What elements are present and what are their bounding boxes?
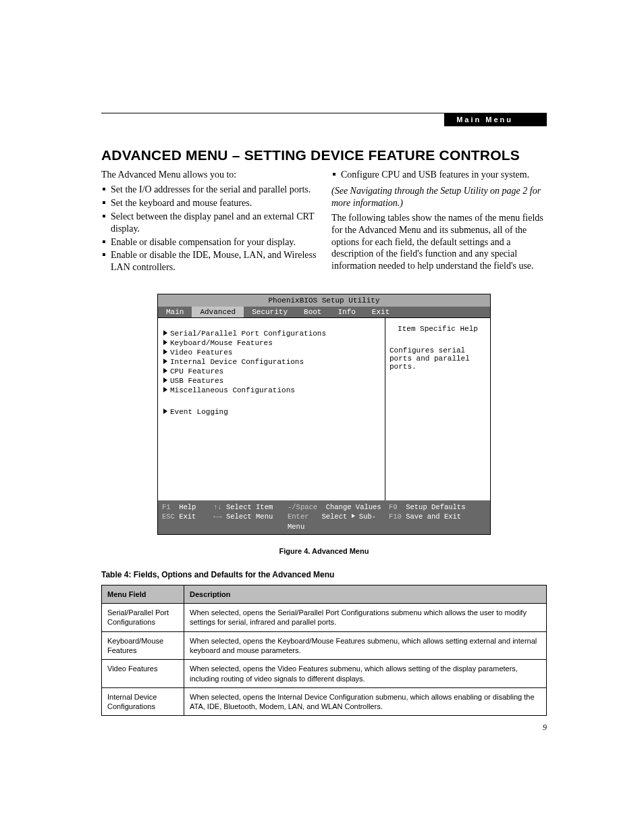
table-row: Internal Device Configurations When sele… — [102, 687, 547, 716]
list-item: Set the I/O addresses for the serial and… — [101, 184, 317, 196]
bios-item: Event Logging — [162, 407, 379, 417]
triangle-icon — [163, 359, 167, 364]
key-space: -/Space — [288, 503, 317, 511]
list-item: Select between the display panel and an … — [101, 211, 317, 235]
bios-item-label: CPU Features — [170, 367, 223, 375]
bios-item: Miscellaneous Configurations — [162, 386, 379, 395]
bios-help-title: Item Specific Help — [390, 325, 486, 346]
bios-item-label: Miscellaneous Configurations — [170, 386, 295, 394]
triangle-icon — [163, 368, 167, 373]
key-f10: F10 — [389, 513, 402, 521]
bios-tab-main: Main — [158, 307, 192, 317]
table-header-row: Menu Field Description — [102, 585, 547, 603]
triangle-icon — [163, 330, 167, 336]
cell-field: Keyboard/Mouse Features — [102, 631, 184, 660]
key-arrows-v: ↑↓ — [213, 503, 222, 511]
table-row: Video Features When selected, opens the … — [102, 660, 547, 688]
bios-item: Video Features — [162, 348, 379, 357]
page-number: 9 — [543, 723, 547, 733]
key-enter: Enter — [288, 513, 309, 521]
intro-text: The Advanced Menu allows you to: — [101, 169, 317, 181]
cell-desc: When selected, opens the Video Features … — [184, 660, 547, 688]
bios-tab-exit: Exit — [364, 307, 398, 317]
header-badge: Main Menu — [444, 113, 547, 126]
figure-caption: Figure 4. Advanced Menu — [101, 547, 547, 555]
bios-item: CPU Features — [162, 367, 379, 376]
feature-list-right: Configure CPU and USB features in your s… — [331, 169, 547, 181]
bios-item-label: Internal Device Configurations — [170, 358, 304, 366]
bios-item: USB Features — [162, 376, 379, 386]
bios-item-label: Video Features — [170, 348, 232, 357]
triangle-icon — [163, 409, 167, 414]
xref-note: (See Navigating through the Setup Utilit… — [331, 185, 547, 209]
bios-footer-row: ESC Exit ←→ Select Menu Enter Select Sub… — [162, 512, 486, 531]
list-item: Enable or disable the IDE, Mouse, LAN, a… — [101, 249, 317, 273]
bios-tabs: Main Advanced Security Boot Info Exit — [158, 307, 490, 317]
bios-tab-advanced: Advanced — [192, 307, 244, 317]
table-caption: Table 4: Fields, Options and Defaults fo… — [101, 570, 547, 579]
page: Main Menu ADVANCED MENU – SETTING DEVICE… — [0, 0, 644, 834]
bios-screenshot: PhoenixBIOS Setup Utility Main Advanced … — [157, 294, 491, 535]
key-action: Change Values — [326, 503, 381, 511]
key-action: Exit — [179, 513, 196, 521]
bios-title: PhoenixBIOS Setup Utility — [158, 294, 490, 307]
key-action: Select Menu — [226, 513, 273, 521]
bios-item: Serial/Parallel Port Configurations — [162, 329, 379, 338]
key-arrows-h: ←→ — [213, 513, 222, 521]
cell-field: Serial/Parallel Port Configurations — [102, 604, 184, 632]
feature-list-left: Set the I/O addresses for the serial and… — [101, 184, 317, 273]
bios-menu-pane: Serial/Parallel Port Configurations Keyb… — [158, 318, 385, 500]
th-menu-field: Menu Field — [102, 585, 184, 603]
bios-item: Keyboard/Mouse Features — [162, 338, 379, 348]
bios-tab-info: Info — [329, 307, 363, 317]
table-row: Serial/Parallel Port Configurations When… — [102, 604, 547, 632]
spacer — [162, 395, 379, 407]
cell-desc: When selected, opens the Serial/Parallel… — [184, 604, 547, 632]
key-f9: F9 — [389, 503, 398, 511]
key-esc: ESC — [162, 513, 175, 521]
key-f1: F1 — [162, 503, 171, 511]
bios-tab-boot: Boot — [296, 307, 329, 317]
key-action: Select — [321, 513, 347, 521]
cell-field: Video Features — [102, 660, 184, 688]
cell-desc: When selected, opens the Internal Device… — [184, 687, 547, 716]
bios-footer-row: F1 Help ↑↓ Select Item -/Space Change Va… — [162, 502, 486, 512]
cell-desc: When selected, opens the Keyboard/Mouse … — [184, 631, 547, 660]
list-item: Configure CPU and USB features in your s… — [331, 169, 547, 181]
key-action: Select Item — [226, 503, 273, 511]
list-item: Enable or disable compensation for your … — [101, 236, 317, 249]
triangle-icon — [352, 514, 355, 518]
bios-help-text: Configures serial ports and parallel por… — [390, 346, 486, 371]
key-action: Save and Exit — [406, 513, 461, 521]
triangle-icon — [163, 377, 167, 383]
bios-tab-security: Security — [244, 307, 296, 317]
description-paragraph: The following tables show the names of t… — [331, 212, 547, 273]
triangle-icon — [163, 387, 167, 392]
page-title: ADVANCED MENU – SETTING DEVICE FEATURE C… — [101, 147, 547, 163]
bios-item-label: Serial/Parallel Port Configurations — [170, 330, 326, 338]
cell-field: Internal Device Configurations — [102, 687, 184, 716]
bios-body: Serial/Parallel Port Configurations Keyb… — [158, 317, 490, 500]
key-action: Setup Defaults — [406, 503, 465, 511]
bios-item-label: USB Features — [170, 377, 223, 385]
bios-footer: F1 Help ↑↓ Select Item -/Space Change Va… — [158, 500, 490, 534]
triangle-icon — [163, 340, 167, 345]
bios-item-label: Keyboard/Mouse Features — [170, 339, 273, 347]
bios-item: Internal Device Configurations — [162, 357, 379, 367]
key-action: Help — [179, 503, 196, 511]
th-description: Description — [184, 585, 547, 603]
bios-help-pane: Item Specific Help Configures serial por… — [385, 318, 490, 500]
intro-columns: The Advanced Menu allows you to: Set the… — [101, 169, 547, 276]
table-row: Keyboard/Mouse Features When selected, o… — [102, 631, 547, 660]
fields-table: Menu Field Description Serial/Parallel P… — [101, 585, 547, 716]
list-item: Set the keyboard and mouse features. — [101, 197, 317, 209]
triangle-icon — [163, 349, 167, 355]
bios-item-label: Event Logging — [170, 408, 228, 416]
